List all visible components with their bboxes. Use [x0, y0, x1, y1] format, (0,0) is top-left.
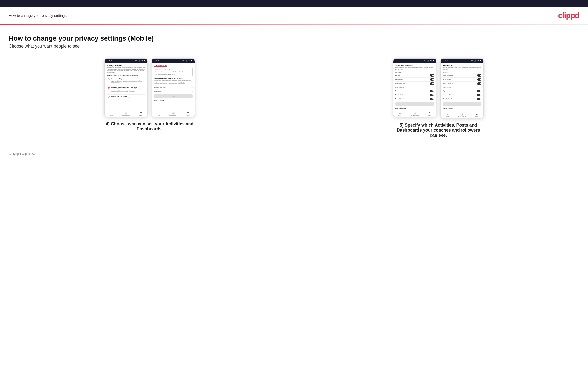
- more-icon-4[interactable]: ▼: [480, 60, 482, 62]
- mobile-nav-icons-3: 🔍 👤 ⚙ ▼: [424, 60, 434, 62]
- tab-home-1[interactable]: ⌂ Home: [110, 112, 113, 116]
- mobile-nav-bar-4: ‹ < Back 🔍 👤 ⚙ ▼: [441, 58, 483, 63]
- toggle-what-to-work-followers-switch[interactable]: [477, 98, 482, 100]
- dashboards-title: Dashboards: [442, 64, 482, 67]
- home-icon-3: ⌂: [399, 112, 401, 115]
- settings-icon-4[interactable]: ⚙: [477, 60, 479, 62]
- save-button-2[interactable]: Save: [154, 94, 193, 98]
- tab-perf-4[interactable]: 📈 My Performance: [458, 113, 466, 117]
- tab-perf-2[interactable]: 📈 My Performance: [169, 112, 177, 116]
- toggle-rounds-followers[interactable]: Rounds: [395, 89, 434, 93]
- top-bar: [0, 0, 588, 7]
- dashboards-row[interactable]: Dashboards ›: [154, 89, 193, 93]
- radio-option-everyone[interactable]: Everyone on Clippd Everyone on Clippd ca…: [106, 77, 146, 84]
- profile-icon-3[interactable]: 👤: [427, 60, 429, 62]
- toggle-player-dash-followers-switch[interactable]: [477, 90, 482, 92]
- toggle-player-dash-coaches-switch[interactable]: [477, 74, 482, 77]
- toggle-manual-followers-switch[interactable]: [430, 98, 434, 100]
- settings-icon-2[interactable]: ⚙: [189, 60, 190, 62]
- more-icon-3[interactable]: ▼: [433, 60, 434, 62]
- mobile-body-3: Activities and Posts Select the types of…: [393, 63, 436, 111]
- toggle-practice-followers-switch[interactable]: [430, 94, 434, 96]
- screenshots-row: ‹ < Back 🔍 👤 ⚙ ▼ Privacy Controls Contro…: [9, 58, 579, 138]
- tab-perf-1[interactable]: 📈 My Performance: [122, 112, 130, 116]
- radio-option-coach-only[interactable]: Only You and Your Coach Only you and the…: [106, 94, 146, 100]
- show-hide-title: Show or hide specific features in Clippd: [154, 78, 193, 80]
- toggle-rounds-coaches[interactable]: Rounds: [395, 74, 434, 78]
- tab-menu-3[interactable]: ☰ Menu: [428, 112, 431, 116]
- arrow-right-2: ›: [192, 90, 193, 92]
- privacy-controls-tab[interactable]: Privacy Controls: [154, 64, 167, 67]
- save-button-3[interactable]: Save: [395, 102, 434, 106]
- save-button-4[interactable]: Save: [442, 102, 482, 106]
- perf-icon-3: 📈: [414, 112, 416, 115]
- toggle-round-insights-followers[interactable]: Round Insights: [442, 93, 482, 97]
- radio-text-approved: Only Approved Followers and Your Coach O…: [111, 87, 144, 92]
- radio-circle-approved: [108, 87, 110, 89]
- tab-home-2[interactable]: ⌂ Home: [157, 112, 160, 116]
- toggle-rounds-followers-switch[interactable]: [430, 90, 434, 92]
- toggle-what-to-work-coaches-switch[interactable]: [477, 82, 482, 85]
- back-button-2[interactable]: ‹ < Back: [154, 60, 159, 61]
- search-icon-1[interactable]: 🔍: [135, 60, 137, 62]
- back-button-3[interactable]: ‹ < Back: [395, 60, 401, 61]
- toggle-what-to-work-coaches[interactable]: What To Work On: [442, 82, 482, 86]
- tab-home-3[interactable]: ⌂ Home: [398, 112, 401, 116]
- toggle-what-to-work-followers[interactable]: What To Work On: [442, 97, 482, 101]
- profile-icon-1[interactable]: 👤: [138, 60, 140, 62]
- perf-icon-4: 📈: [461, 113, 463, 116]
- toggle-manual-coaches-switch[interactable]: [430, 82, 434, 85]
- menu-icon-1: ☰: [140, 112, 142, 115]
- tab-home-4[interactable]: ⌂ Home: [446, 113, 449, 117]
- back-button-1[interactable]: ‹ < Back: [106, 60, 112, 61]
- profile-icon-2[interactable]: 👤: [185, 60, 188, 62]
- copyright: Copyright Clippd 2022: [9, 152, 37, 156]
- mobile-body-2: Privacy Controls Only You and Your Coach…: [152, 63, 195, 111]
- caption-1: 4) Choose who can see your Activities an…: [104, 122, 195, 132]
- toggle-practice-coaches[interactable]: Practice Drills: [395, 78, 434, 82]
- privacy-body-text-1: Control how you and your data appears to…: [106, 67, 146, 73]
- back-button-4[interactable]: ‹ < Back: [442, 60, 448, 61]
- page-heading: How to change your privacy settings (Mob…: [9, 34, 579, 42]
- mobile-body-1: Privacy Controls Control how you and you…: [105, 63, 147, 111]
- mobile-bottom-bar-1: ⌂ Home 📈 My Performance ☰ Menu: [105, 111, 147, 117]
- home-icon-2: ⌂: [158, 112, 159, 115]
- activities-posts-desc: Select the types of activity that you'd …: [395, 67, 434, 70]
- toggle-manual-followers[interactable]: Manual Activities: [395, 97, 434, 101]
- help-support-desc: Visit our Clippd community to troublesho…: [442, 109, 482, 111]
- tab-menu-1[interactable]: ☰ Menu: [139, 112, 142, 116]
- help-support-2: Help & Support: [154, 99, 193, 101]
- screenshot-pair-1: ‹ < Back 🔍 👤 ⚙ ▼ Privacy Controls Contro…: [104, 58, 195, 117]
- radio-circle-everyone: [108, 78, 110, 80]
- profile-icon-4[interactable]: 👤: [474, 60, 476, 62]
- toggle-player-dash-coaches[interactable]: Player Dashboard: [442, 74, 482, 78]
- page-subheading: Choose what you want people to see: [9, 44, 579, 49]
- search-icon-3[interactable]: 🔍: [424, 60, 426, 62]
- settings-icon-3[interactable]: ⚙: [430, 60, 432, 62]
- tab-menu-4[interactable]: ☰ Menu: [476, 113, 478, 117]
- toggle-practice-followers[interactable]: Practice Drills: [395, 93, 434, 97]
- tab-menu-2[interactable]: ☰ Menu: [187, 112, 189, 116]
- screenshot-pair-2: ‹ < Back 🔍 👤 ⚙ ▼ Activities and Posts Se…: [393, 58, 484, 118]
- search-icon-2[interactable]: 🔍: [182, 60, 184, 62]
- toggle-manual-coaches[interactable]: Manual Activities: [395, 82, 434, 86]
- perf-icon-1: 📈: [125, 112, 128, 115]
- radio-option-approved[interactable]: Only Approved Followers and Your Coach O…: [106, 85, 146, 93]
- followers-label-4: FOLLOWERS: [442, 87, 482, 88]
- toggle-round-insights-followers-switch[interactable]: [477, 94, 482, 96]
- toggle-rounds-coaches-switch[interactable]: [430, 74, 434, 77]
- settings-icon-1[interactable]: ⚙: [141, 60, 143, 62]
- screenshot-group-1: ‹ < Back 🔍 👤 ⚙ ▼ Privacy Controls Contro…: [9, 58, 291, 132]
- more-icon-2[interactable]: ▼: [191, 60, 193, 62]
- toggle-practice-coaches-switch[interactable]: [430, 78, 434, 81]
- search-icon-4[interactable]: 🔍: [471, 60, 473, 62]
- activities-posts-row[interactable]: Activities and Posts ›: [154, 85, 193, 89]
- mobile-nav-icons-4: 🔍 👤 ⚙ ▼: [471, 60, 482, 62]
- tab-perf-3[interactable]: 📈 My Performance: [411, 112, 419, 116]
- help-support-4: Help & Support: [442, 107, 482, 109]
- popup-box: Only You and Your Coach Only you and the…: [154, 68, 193, 77]
- toggle-round-insights-coaches-switch[interactable]: [477, 78, 482, 81]
- toggle-player-dash-followers[interactable]: Player Dashboard: [442, 89, 482, 93]
- toggle-round-insights-coaches[interactable]: Round Insights: [442, 78, 482, 82]
- more-icon-1[interactable]: ▼: [144, 60, 146, 62]
